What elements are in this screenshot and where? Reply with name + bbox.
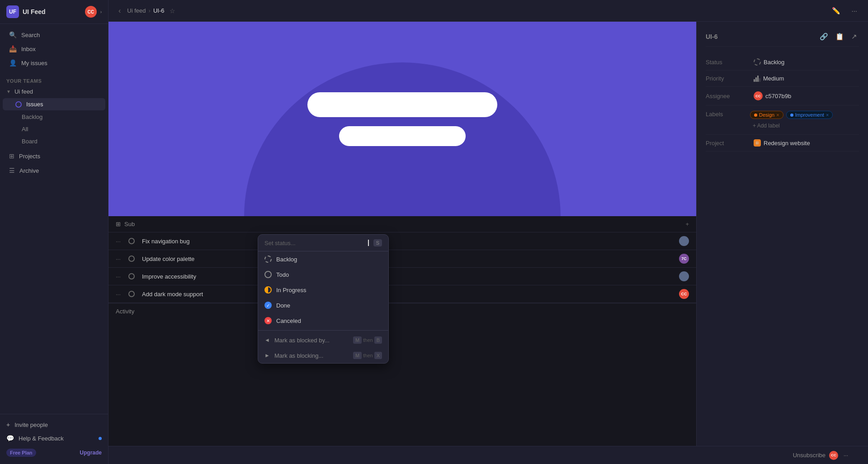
activity-label: Activity — [116, 308, 134, 315]
priority-prop-label: Priority — [706, 75, 746, 82]
sidebar-item-issues[interactable]: Issues — [3, 98, 105, 110]
canceled-status-icon: ✕ — [264, 317, 272, 324]
status-option-label: Canceled — [276, 317, 301, 324]
design-label-text: Design — [759, 112, 774, 118]
status-option-label: Done — [276, 302, 290, 309]
add-sub-issue-button[interactable]: + — [685, 221, 689, 227]
sidebar-item-my-issues[interactable]: 👤 My issues — [3, 56, 105, 70]
assignee-value[interactable]: CC c5707b9b — [754, 91, 791, 100]
assignee-avatar: CC — [754, 91, 763, 100]
avatar: 7C — [679, 254, 689, 264]
status-circle-icon — [128, 273, 135, 279]
more-unsubscribe-button[interactable]: ··· — [842, 450, 850, 460]
priority-value[interactable]: Medium — [754, 75, 784, 82]
status-circle-icon — [128, 238, 135, 244]
sidebar-item-board[interactable]: Board — [3, 136, 105, 147]
issue-image-area — [108, 22, 696, 216]
breadcrumb: Ui feed › UI-6 — [127, 7, 164, 14]
label-improvement[interactable]: Improvement × — [786, 111, 833, 119]
status-option-label: Todo — [276, 271, 289, 278]
keyboard-shortcut-hint: S — [373, 239, 382, 246]
sidebar-item-projects[interactable]: ⊞ Projects — [3, 149, 105, 163]
unsubscribe-button[interactable]: Unsubscribe — [793, 452, 826, 459]
content-area: ⊞ Sub + ··· Fix navigation bug ··· Updat… — [108, 22, 868, 446]
help-icon: 💬 — [6, 435, 14, 442]
star-button[interactable]: ☆ — [168, 6, 177, 15]
assignee-text: c5707b9b — [765, 93, 791, 99]
more-options-button[interactable]: ··· — [848, 5, 861, 16]
mark-blocked-by[interactable]: ◄ Mark as blocked by... M then B — [258, 332, 388, 348]
label-design[interactable]: Design × — [750, 111, 783, 119]
upgrade-bar: Free Plan Upgrade — [0, 445, 108, 460]
edit-button[interactable]: ✏️ — [828, 5, 844, 17]
status-option-canceled[interactable]: ✕ Canceled — [258, 313, 388, 328]
app-logo: UF — [6, 5, 19, 18]
back-button[interactable]: ‹ — [116, 5, 123, 17]
mark-blocking-keys: M then X — [353, 352, 382, 359]
table-row[interactable]: ··· Update color palette 7C — [108, 250, 696, 268]
issue-title: Fix navigation bug — [138, 238, 675, 245]
table-row[interactable]: ··· Improve accessibility — [108, 268, 696, 285]
remove-improvement-label-button[interactable]: × — [826, 112, 829, 118]
status-option-todo[interactable]: Todo — [258, 267, 388, 282]
breadcrumb-parent[interactable]: Ui feed — [127, 7, 146, 14]
improvement-label-dot — [790, 114, 793, 117]
plan-badge: Free Plan — [6, 449, 36, 457]
status-option-in-progress[interactable]: In Progress — [258, 282, 388, 298]
avatar: CC — [679, 289, 689, 299]
row-more-button[interactable]: ··· — [116, 273, 125, 280]
invite-people[interactable]: + Invite people — [0, 418, 108, 431]
row-more-button[interactable]: ··· — [116, 256, 125, 262]
team-ui-feed[interactable]: ▼ Ui feed — [0, 85, 108, 98]
mark-blocking-label: Mark as blocking... — [274, 352, 323, 359]
table-row[interactable]: ··· Add dark mode support CC — [108, 285, 696, 303]
unsubscribe-avatar: CC — [829, 451, 838, 460]
sidebar-item-inbox[interactable]: 📥 Inbox — [3, 42, 105, 56]
sidebar-item-all[interactable]: All — [3, 123, 105, 135]
labels-property: Labels Design × Improvement × + Add labe… — [706, 105, 859, 135]
issue-content: ⊞ Sub + ··· Fix navigation bug ··· Updat… — [108, 22, 696, 446]
todo-status-icon — [264, 271, 272, 278]
issues-circle-icon — [15, 101, 22, 108]
blocking-icon: ► — [264, 352, 270, 359]
backlog-status-icon — [264, 256, 272, 263]
sidebar-item-backlog[interactable]: Backlog — [3, 111, 105, 123]
labels-prop-label: Labels — [706, 111, 746, 118]
issues-table-area: ⊞ Sub + ··· Fix navigation bug ··· Updat… — [108, 216, 696, 446]
row-more-button[interactable]: ··· — [116, 291, 125, 298]
status-search-input[interactable] — [264, 240, 363, 246]
improvement-label-text: Improvement — [795, 112, 824, 118]
projects-label: Projects — [19, 153, 40, 160]
sidebar-item-search[interactable]: 🔍 Search — [3, 28, 105, 42]
project-prop-label: Project — [706, 140, 746, 147]
help-label: Help & Feedback — [19, 435, 64, 442]
status-option-done[interactable]: ✓ Done — [258, 298, 388, 313]
sidebar-item-archive[interactable]: ☰ Archive — [3, 164, 105, 177]
issue-title: Improve accessibility — [138, 273, 675, 280]
status-ring-icon — [754, 58, 761, 66]
remove-design-label-button[interactable]: × — [776, 112, 779, 118]
status-option-label: Backlog — [276, 256, 297, 263]
status-value[interactable]: Backlog — [754, 58, 784, 66]
priority-text: Medium — [763, 75, 784, 82]
mark-blocking[interactable]: ► Mark as blocking... M then X — [258, 348, 388, 363]
row-more-button[interactable]: ··· — [116, 238, 125, 245]
table-row[interactable]: ··· Fix navigation bug — [108, 232, 696, 250]
expand-arrow-icon: ▼ — [6, 89, 11, 94]
add-label-button[interactable]: + Add label — [750, 122, 783, 130]
priority-bars-icon — [754, 76, 760, 82]
copy-button[interactable]: 📋 — [834, 31, 846, 43]
link-button[interactable]: 🔗 — [818, 31, 830, 43]
user-avatar[interactable]: CC — [85, 6, 97, 18]
help-feedback[interactable]: 💬 Help & Feedback — [0, 431, 108, 445]
project-property: Project ⊞ Redesign website — [706, 135, 859, 152]
status-option-backlog[interactable]: Backlog — [258, 251, 388, 267]
assignee-prop-label: Assignee — [706, 93, 746, 99]
priority-property: Priority Medium — [706, 71, 859, 87]
external-button[interactable]: ↗ — [849, 31, 859, 43]
project-value[interactable]: ⊞ Redesign website — [754, 139, 810, 147]
panel-id: UI-6 — [706, 33, 717, 40]
archive-label: Archive — [19, 167, 39, 174]
status-prop-label: Status — [706, 59, 746, 66]
upgrade-button[interactable]: Upgrade — [80, 450, 102, 456]
